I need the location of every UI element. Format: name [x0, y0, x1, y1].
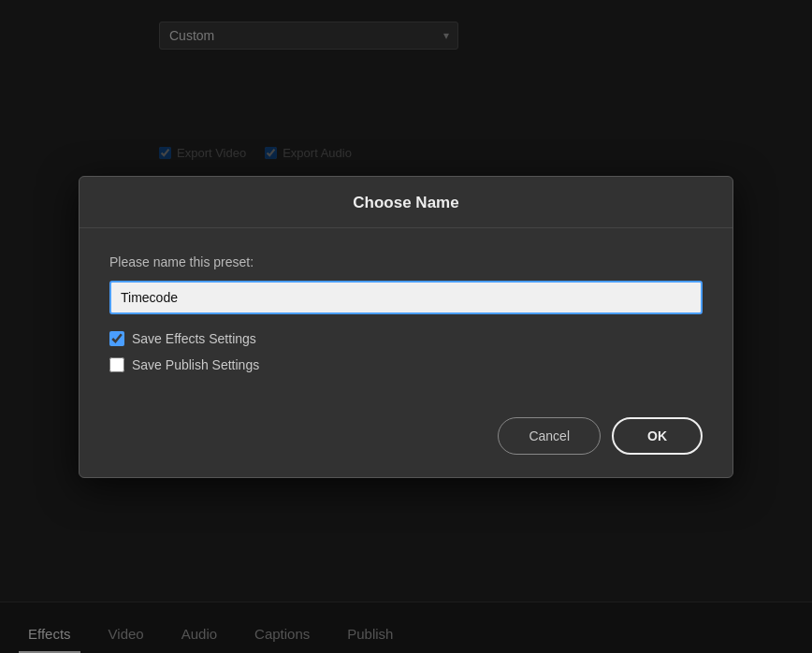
save-publish-label: Save Publish Settings [132, 357, 259, 372]
modal-body: Please name this preset: Save Effects Se… [80, 228, 732, 406]
modal-footer: Cancel OK [80, 406, 732, 477]
save-effects-label: Save Effects Settings [132, 331, 256, 346]
save-effects-row: Save Effects Settings [109, 331, 703, 346]
save-publish-checkbox[interactable] [109, 357, 124, 372]
save-publish-row: Save Publish Settings [109, 357, 703, 372]
preset-name-input[interactable] [109, 281, 703, 314]
ok-button[interactable]: OK [612, 417, 703, 455]
choose-name-dialog: Choose Name Please name this preset: Sav… [79, 176, 733, 478]
cancel-button[interactable]: Cancel [498, 417, 601, 455]
save-effects-checkbox[interactable] [109, 331, 124, 346]
modal-title: Choose Name [80, 177, 732, 228]
modal-overlay: Choose Name Please name this preset: Sav… [0, 0, 812, 653]
modal-prompt: Please name this preset: [109, 254, 703, 269]
